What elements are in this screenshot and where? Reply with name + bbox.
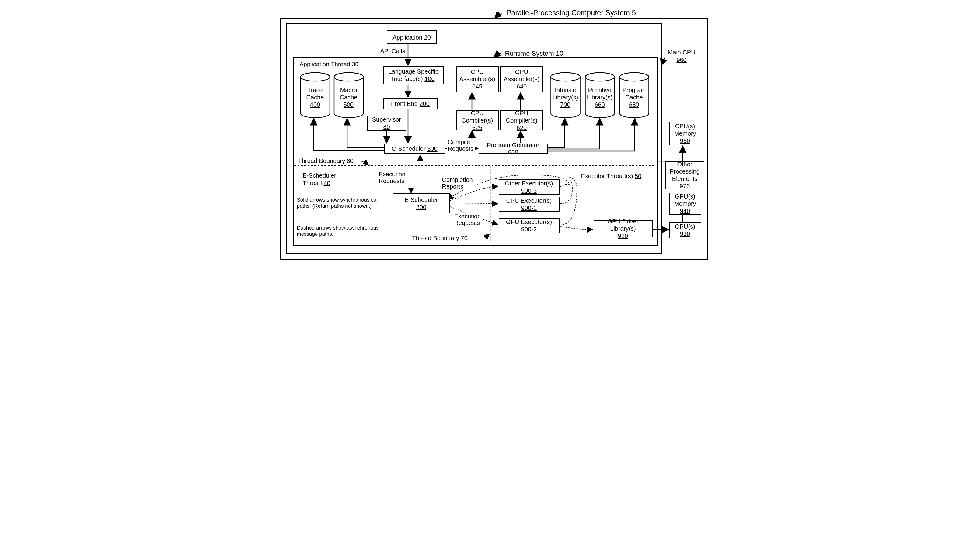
svg-point-25 [585,73,614,81]
other-pe-box: Other Processing Elements970 [665,161,704,189]
esched-box: E-Scheduler800 [393,193,450,213]
svg-point-24 [585,73,614,81]
compile-req-label: CompileRequests [447,138,475,152]
main-cpu-label: Main CPU960 [666,49,697,64]
frontend-box: Front End 200 [383,98,438,109]
system-title: Parallel-Processing Computer System 5 [505,8,637,17]
api-calls-label: API Calls [379,48,407,55]
runtime-label: Runtime System 10 [504,50,565,57]
exec-req-label-2: ExecutionRequests [453,213,482,226]
cpu-asm-box: CPU Assembler(s)645 [456,66,499,92]
lsi-box: Language Specific Interface(s) 100 [383,66,444,84]
gpu-asm-box: GPU Assembler(s)640 [500,66,543,92]
gpu-exec-box: GPU Executor(s)900-2 [499,218,560,233]
cpu-comp-box: CPU Compiler(s)625 [456,110,499,130]
thread70-label: Thread Boundary 70 [411,235,469,242]
esched-thread-label: E-Scheduler Thread 40 [302,172,350,187]
note1-label: Solid arrows show synchronous call paths… [297,197,385,210]
pgen-box: Program Generator 600 [479,143,548,154]
note2-label: Dashed arrows show asynchronous message … [297,225,385,238]
svg-point-26 [619,73,648,81]
application-box: Application 20 [387,30,437,44]
macro-cache-cyl: Macro Cache500 [333,72,364,118]
svg-point-20 [334,73,363,81]
svg-point-21 [334,73,363,81]
csched-box: C-Scheduler 300 [384,143,445,154]
supervisor-box: Supervisor80 [367,116,406,131]
intrinsic-cyl: Intrinsic Library(s)700 [549,72,581,118]
gpus-box: GPU(s)930 [669,222,701,238]
gpu-driver-box: GPU Driver Library(s)920 [594,220,653,237]
exec-threads-label: Executor Thread(s) 50 [580,173,643,180]
cpu-exec-box: CPU Executor(s)900-1 [499,197,560,212]
thread60-label: Thread Boundary 60 [297,158,355,164]
svg-point-19 [301,73,330,81]
svg-point-18 [301,73,330,81]
exec-req-label-1: ExecutionRequests [377,171,407,184]
svg-point-23 [551,73,580,81]
gpus-mem-box: GPU(s) Memory940 [669,193,701,215]
comp-rep-label: CompletionReports [441,176,474,190]
svg-point-27 [619,73,648,81]
svg-point-22 [551,73,580,81]
gpu-comp-box: GPU Compiler(s)620 [500,110,543,130]
app-thread-label: Application Thread 30 [299,61,360,68]
other-exec-box: Other Executor(s)900-3 [499,179,560,195]
cpus-mem-box: CPU(s) Memory950 [669,122,701,145]
program-cache-cyl: Program Cache680 [618,72,650,118]
trace-cache-cyl: Trace Cache400 [300,72,330,118]
primitive-cyl: Primitive Library(s)660 [584,72,616,118]
